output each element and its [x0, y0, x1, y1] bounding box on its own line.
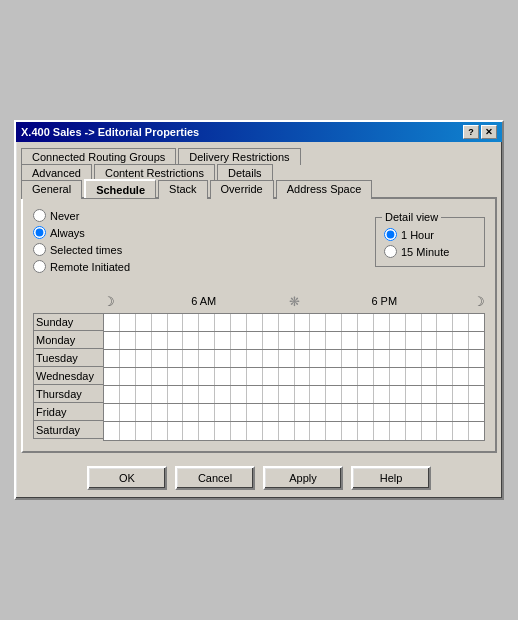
radio-never[interactable]: Never	[33, 209, 130, 222]
grid-cell[interactable]	[247, 350, 263, 367]
grid-cell[interactable]	[152, 422, 168, 440]
grid-cell[interactable]	[104, 350, 120, 367]
grid-cell[interactable]	[247, 422, 263, 440]
grid-cell[interactable]	[437, 422, 453, 440]
grid-cell[interactable]	[215, 404, 231, 421]
radio-always[interactable]: Always	[33, 226, 130, 239]
grid-cell[interactable]	[406, 314, 422, 331]
grid-cell[interactable]	[263, 332, 279, 349]
grid-cell[interactable]	[374, 422, 390, 440]
grid-cell[interactable]	[247, 332, 263, 349]
grid-cell[interactable]	[215, 332, 231, 349]
grid-cell[interactable]	[136, 386, 152, 403]
radio-remote-initiated-input[interactable]	[33, 260, 46, 273]
grid-cell[interactable]	[183, 314, 199, 331]
grid-cell[interactable]	[437, 404, 453, 421]
radio-1hour[interactable]: 1 Hour	[384, 228, 476, 241]
grid-cell[interactable]	[152, 368, 168, 385]
grid-cell[interactable]	[342, 368, 358, 385]
grid-cell[interactable]	[104, 422, 120, 440]
grid-cell[interactable]	[437, 368, 453, 385]
grid-cell[interactable]	[215, 368, 231, 385]
grid-cell[interactable]	[453, 314, 469, 331]
grid-cell[interactable]	[326, 350, 342, 367]
ok-button[interactable]: OK	[87, 466, 167, 490]
grid-cell[interactable]	[279, 404, 295, 421]
grid-cell[interactable]	[152, 332, 168, 349]
grid-cell[interactable]	[469, 386, 484, 403]
grid-cell[interactable]	[104, 386, 120, 403]
grid-cell[interactable]	[422, 422, 438, 440]
grid-cell[interactable]	[168, 350, 184, 367]
radio-never-input[interactable]	[33, 209, 46, 222]
grid-cell[interactable]	[422, 404, 438, 421]
grid-cell[interactable]	[469, 422, 484, 440]
grid-cell[interactable]	[469, 404, 484, 421]
grid-cell[interactable]	[295, 332, 311, 349]
grid-cell[interactable]	[422, 368, 438, 385]
grid-cell[interactable]	[390, 368, 406, 385]
grid-cell[interactable]	[152, 314, 168, 331]
grid-cell[interactable]	[453, 332, 469, 349]
grid-cell[interactable]	[168, 386, 184, 403]
grid-cell[interactable]	[168, 422, 184, 440]
grid-cell[interactable]	[279, 314, 295, 331]
grid-cell[interactable]	[279, 368, 295, 385]
grid-cell[interactable]	[295, 314, 311, 331]
grid-cell[interactable]	[231, 350, 247, 367]
grid-cell[interactable]	[390, 404, 406, 421]
grid-cell[interactable]	[437, 350, 453, 367]
grid-cell[interactable]	[168, 368, 184, 385]
grid-cell[interactable]	[183, 332, 199, 349]
grid-cell[interactable]	[406, 386, 422, 403]
grid-cell[interactable]	[326, 314, 342, 331]
grid-cell[interactable]	[374, 386, 390, 403]
grid-cell[interactable]	[120, 404, 136, 421]
grid-cell[interactable]	[326, 332, 342, 349]
grid-cell[interactable]	[390, 422, 406, 440]
grid-cell[interactable]	[358, 368, 374, 385]
tab-address-space[interactable]: Address Space	[276, 180, 373, 199]
grid-cell[interactable]	[152, 386, 168, 403]
grid-cell[interactable]	[358, 386, 374, 403]
radio-remote-initiated[interactable]: Remote Initiated	[33, 260, 130, 273]
grid-cell[interactable]	[437, 386, 453, 403]
grid-cell[interactable]	[453, 368, 469, 385]
grid-cell[interactable]	[215, 422, 231, 440]
grid-cell[interactable]	[358, 422, 374, 440]
grid-cell[interactable]	[469, 332, 484, 349]
grid-cell[interactable]	[199, 422, 215, 440]
grid-cell[interactable]	[168, 314, 184, 331]
grid-cell[interactable]	[168, 404, 184, 421]
grid-cell[interactable]	[422, 314, 438, 331]
grid-cell[interactable]	[199, 386, 215, 403]
grid-cell[interactable]	[437, 332, 453, 349]
radio-1hour-input[interactable]	[384, 228, 397, 241]
grid-cell[interactable]	[358, 314, 374, 331]
grid-cell[interactable]	[279, 332, 295, 349]
grid-cell[interactable]	[231, 314, 247, 331]
grid-cell[interactable]	[295, 386, 311, 403]
grid-cell[interactable]	[390, 314, 406, 331]
grid-row-sunday[interactable]	[104, 314, 484, 332]
grid-cell[interactable]	[136, 422, 152, 440]
grid-cell[interactable]	[104, 332, 120, 349]
grid-cell[interactable]	[279, 422, 295, 440]
grid-cell[interactable]	[295, 350, 311, 367]
grid-cell[interactable]	[104, 368, 120, 385]
grid-cell[interactable]	[152, 404, 168, 421]
grid-cell[interactable]	[469, 368, 484, 385]
radio-15min[interactable]: 15 Minute	[384, 245, 476, 258]
grid-cell[interactable]	[120, 368, 136, 385]
grid-cell[interactable]	[199, 404, 215, 421]
grid-cell[interactable]	[358, 350, 374, 367]
grid-cell[interactable]	[342, 404, 358, 421]
grid-cell[interactable]	[374, 350, 390, 367]
grid-cell[interactable]	[310, 350, 326, 367]
grid-cell[interactable]	[136, 350, 152, 367]
grid-row-wednesday[interactable]	[104, 368, 484, 386]
help-button[interactable]: Help	[351, 466, 431, 490]
grid-cell[interactable]	[406, 404, 422, 421]
grid-cell[interactable]	[342, 422, 358, 440]
tab-schedule[interactable]: Schedule	[84, 179, 156, 198]
